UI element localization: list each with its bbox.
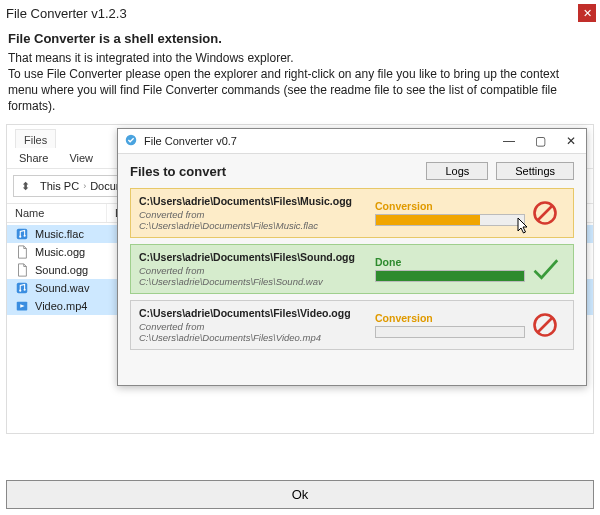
- logs-button[interactable]: Logs: [426, 162, 488, 180]
- svg-point-1: [19, 236, 21, 238]
- ribbon-share[interactable]: Share: [19, 152, 48, 164]
- svg-point-2: [24, 235, 26, 237]
- audio-file-icon: [15, 281, 29, 295]
- svg-point-4: [19, 290, 21, 292]
- svg-line-11: [538, 318, 552, 332]
- file-name: Video.mp4: [35, 300, 87, 312]
- progress-bar: [375, 270, 525, 282]
- check-icon: [525, 255, 565, 283]
- svg-line-9: [538, 206, 552, 220]
- file-name: Music.flac: [35, 228, 84, 240]
- settings-button[interactable]: Settings: [496, 162, 574, 180]
- progress-bar: [375, 214, 525, 226]
- explorer-tab-files[interactable]: Files: [15, 129, 56, 148]
- intro-block: File Converter is a shell extension. Tha…: [0, 26, 600, 122]
- converter-heading: Files to convert: [130, 164, 226, 179]
- conversion-item: C:\Users\adrie\Documents\Files\Video.ogg…: [130, 300, 574, 350]
- converter-window: File Converter v0.7 — ▢ ✕ Files to conve…: [117, 128, 587, 386]
- output-path: C:\Users\adrie\Documents\Files\Music.ogg: [139, 195, 375, 207]
- status-label: Done: [375, 256, 455, 268]
- doc-file-icon: [15, 245, 29, 259]
- intro-line1: That means it is integrated into the Win…: [8, 50, 592, 66]
- intro-line2: To use File Converter please open the ex…: [8, 66, 592, 115]
- maximize-button[interactable]: ▢: [531, 134, 550, 148]
- file-name: Sound.wav: [35, 282, 89, 294]
- source-path: Converted from C:\Users\adrie\Documents\…: [139, 265, 375, 287]
- file-name: Music.ogg: [35, 246, 85, 258]
- app-icon: [124, 133, 138, 149]
- status-label: Conversion: [375, 312, 455, 324]
- page-title: File Converter v1.2.3: [6, 6, 127, 21]
- video-file-icon: [15, 299, 29, 313]
- close-button-inner[interactable]: ✕: [562, 134, 580, 148]
- svg-rect-0: [17, 229, 28, 240]
- nav-back-icon[interactable]: ⬍: [14, 180, 36, 193]
- source-path: Converted from C:\Users\adrie\Documents\…: [139, 321, 375, 343]
- ok-button[interactable]: Ok: [6, 480, 594, 509]
- intro-headline: File Converter is a shell extension.: [8, 30, 592, 48]
- crumb-0[interactable]: This PC: [40, 180, 79, 192]
- output-path: C:\Users\adrie\Documents\Files\Video.ogg: [139, 307, 375, 319]
- col-name[interactable]: Name: [7, 204, 107, 222]
- close-button[interactable]: ✕: [578, 4, 596, 22]
- conversion-item: C:\Users\adrie\Documents\Files\Sound.ogg…: [130, 244, 574, 294]
- status-label: Conversion: [375, 200, 455, 212]
- file-name: Sound.ogg: [35, 264, 88, 276]
- explorer-window: Files Share View ⬍ This PC› Documents› F…: [6, 124, 594, 434]
- converter-title: File Converter v0.7: [144, 135, 237, 147]
- cancel-icon[interactable]: [525, 199, 565, 227]
- svg-point-5: [24, 289, 26, 291]
- progress-bar: [375, 326, 525, 338]
- svg-rect-3: [17, 283, 28, 294]
- source-path: Converted from C:\Users\adrie\Documents\…: [139, 209, 375, 231]
- output-path: C:\Users\adrie\Documents\Files\Sound.ogg: [139, 251, 375, 263]
- conversion-item: C:\Users\adrie\Documents\Files\Music.ogg…: [130, 188, 574, 238]
- minimize-button[interactable]: —: [499, 134, 519, 148]
- audio-file-icon: [15, 227, 29, 241]
- ribbon-view[interactable]: View: [69, 152, 93, 164]
- doc-file-icon: [15, 263, 29, 277]
- cancel-icon[interactable]: [525, 311, 565, 339]
